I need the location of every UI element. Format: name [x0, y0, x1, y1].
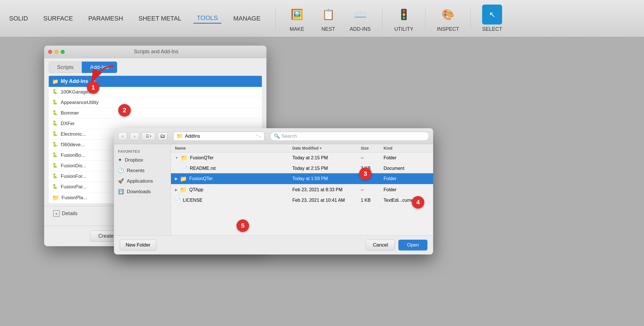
tab-solid[interactable]: SOLID	[6, 14, 31, 23]
toolbar-utility[interactable]: 🚦 UTILITY	[394, 5, 414, 32]
dialog-title: Scripts and Add-Ins	[50, 49, 262, 55]
inspect-icon: 🎨	[438, 5, 458, 25]
sidebar-downloads-label: Downloads	[127, 189, 151, 195]
clock-icon: 🕐	[118, 168, 124, 174]
folder-icon-10: 📁	[52, 194, 59, 201]
sidebar-item-downloads[interactable]: ⬇️ Downloads	[114, 186, 171, 197]
file-date-3: Feb 23, 2021 at 8:33 PM	[292, 187, 361, 192]
search-icon: 🔍	[274, 133, 280, 139]
toolbar-divider-3	[425, 7, 425, 30]
sidebar-recents-label: Recents	[127, 168, 144, 174]
addin-name-7: FusionDis...	[61, 163, 86, 169]
filepicker-dialog: ‹ › ☰ ▾ 🗂 📁 AddIns ⌃⌄ 🔍 Search Favorites	[114, 128, 433, 254]
fp-bottom: New Folder Cancel Open	[114, 235, 433, 254]
nest-icon: 📋	[318, 5, 338, 25]
addin-item-0[interactable]: 🐍 100KGarages ⣿	[49, 87, 262, 97]
file-row-4[interactable]: 📄 LICENSE Feb 23, 2021 at 10:41 AM 1 KB …	[171, 195, 433, 205]
new-folder-button[interactable]: New Folder	[120, 240, 156, 250]
addin-item-1[interactable]: 🐍 AppearanceUtility	[49, 97, 262, 108]
toolbar-divider-4	[470, 7, 471, 30]
fp-main: Name Date Modified ▾ Size Kind ▼ 📁 Fusio…	[171, 144, 433, 235]
file-kind-0: Folder	[384, 155, 429, 160]
tab-surface[interactable]: SURFACE	[40, 14, 76, 23]
dialog-titlebar: Scripts and Add-Ins	[44, 46, 266, 58]
fp-new-folder-icon-btn[interactable]: 🗂	[158, 132, 168, 140]
tab-tools[interactable]: TOOLS	[193, 13, 221, 24]
col-date-label: Date Modified	[292, 146, 319, 150]
toolbar-inspect[interactable]: 🎨 INSPECT	[437, 5, 459, 32]
addins-icon: ⌨️	[350, 5, 370, 25]
download-icon: ⬇️	[118, 189, 124, 195]
sidebar-item-dropbox[interactable]: ✦ Dropbox	[114, 155, 171, 165]
fp-search-box[interactable]: 🔍 Search	[270, 132, 429, 141]
file-size-4: 1 KB	[361, 198, 384, 203]
toolbar-select[interactable]: ↖ SELECT	[482, 5, 502, 32]
fp-forward-button[interactable]: ›	[130, 132, 139, 140]
file-name-1: 📄 README.rst	[182, 166, 292, 171]
python-icon-1: 🐍	[52, 99, 58, 106]
sidebar-item-recents[interactable]: 🕐 Recents	[114, 165, 171, 176]
sidebar-item-applications[interactable]: 🚀 Applications	[114, 176, 171, 186]
toolbar-divider-1	[275, 7, 276, 30]
my-addins-header[interactable]: 📁 My Add-Ins +	[49, 76, 262, 87]
select-icon: ↖	[482, 5, 502, 25]
fp-search-placeholder: Search	[282, 133, 297, 139]
badge-3: 3	[359, 168, 372, 180]
toolbar-addins[interactable]: ⌨️ ADD-INS	[350, 5, 371, 32]
addin-item-2[interactable]: 🐍 Bommer	[49, 108, 262, 119]
file-row-2[interactable]: ▶ 📁 FusionQTer Today at 1:59 PM -- Folde…	[171, 173, 433, 184]
folder-icon-0: 📁	[181, 154, 188, 161]
addin-name-2: Bommer	[61, 110, 79, 116]
inspect-label: INSPECT	[437, 26, 459, 32]
addin-item-3[interactable]: 🐍 DXFer	[49, 119, 262, 129]
col-header-size: Size	[361, 146, 384, 150]
open-button[interactable]: Open	[398, 240, 427, 250]
sidebar-applications-label: Applications	[127, 178, 153, 184]
file-kind-1: Document	[384, 166, 429, 171]
fp-location-label: AddIns	[185, 133, 200, 139]
addin-name-8: FusionFor...	[61, 174, 86, 179]
fp-location-selector[interactable]: 📁 AddIns ⌃⌄	[173, 132, 264, 141]
addin-name-6: FusionBo...	[61, 152, 85, 158]
python-icon-2: 🐍	[52, 110, 58, 116]
badge-1: 1	[87, 81, 99, 94]
python-icon-5: 🐍	[52, 142, 58, 148]
file-name-0: ▼ 📁 FusionQTer	[175, 154, 292, 161]
fp-view-button[interactable]: ☰ ▾	[142, 132, 155, 140]
fp-body: Favorites ✦ Dropbox 🕐 Recents 🚀 Applicat…	[114, 144, 433, 235]
addins-label: ADD-INS	[350, 26, 371, 32]
toolbar-make[interactable]: 🖼️ MAKE	[287, 5, 307, 32]
python-icon-6: 🐍	[52, 152, 58, 158]
file-label-1: README.rst	[190, 166, 216, 171]
cancel-button[interactable]: Cancel	[366, 240, 395, 250]
rocket-icon: 🚀	[118, 178, 124, 184]
tab-sheet-metal[interactable]: SHEET METAL	[135, 14, 185, 23]
python-icon-4: 🐍	[52, 131, 58, 137]
file-icon-1: 📄	[182, 166, 188, 171]
file-name-3: ▶ 📁 QTApp	[175, 186, 292, 193]
addin-name-4: Electronic...	[61, 131, 86, 137]
file-icon-4: 📄	[175, 197, 181, 203]
list-icon: ☰	[146, 134, 149, 138]
python-icon-7: 🐍	[52, 163, 58, 169]
python-icon-8: 🐍	[52, 173, 58, 180]
utility-icon: 🚦	[394, 5, 414, 25]
file-label-0: FusionQTer	[190, 155, 214, 160]
col-header-date[interactable]: Date Modified ▾	[292, 146, 361, 150]
file-date-1: Today at 2:15 PM	[292, 166, 361, 171]
python-icon-9: 🐍	[52, 184, 58, 190]
fp-back-button[interactable]: ‹	[118, 132, 127, 140]
addin-name-10: FusionPla...	[62, 195, 87, 201]
toolbar-nest[interactable]: 📋 NEST	[318, 5, 338, 32]
file-row-1[interactable]: 📄 README.rst Today at 2:15 PM 3 KB Docum…	[171, 164, 433, 173]
main-area: Scripts and Add-Ins Scripts Add-Ins 📁 My…	[0, 37, 644, 326]
file-label-4: LICENSE	[183, 198, 202, 203]
badge-4: 4	[412, 196, 424, 209]
file-row-3[interactable]: ▶ 📁 QTApp Feb 23, 2021 at 8:33 PM -- Fol…	[171, 184, 433, 195]
tab-manage[interactable]: MANAGE	[230, 14, 264, 23]
tab-paramesh[interactable]: PARAMESH	[85, 14, 127, 23]
sort-arrow-icon: ▾	[320, 146, 321, 150]
utility-label: UTILITY	[394, 26, 413, 32]
tab-scripts[interactable]: Scripts	[49, 62, 82, 73]
file-row-0[interactable]: ▼ 📁 FusionQTer Today at 2:15 PM -- Folde…	[171, 152, 433, 164]
